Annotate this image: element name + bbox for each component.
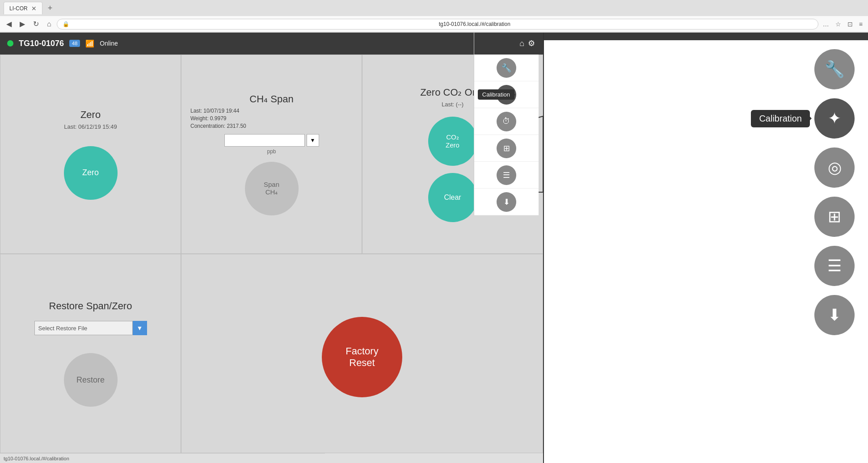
app-area: TG10-01076 48 📶 Online ⌂ ⚙ Zero Last: 06…: [0, 32, 543, 453]
rp-calibration-icon[interactable]: ✦: [814, 98, 855, 139]
rp-item-grid: ⊞: [544, 197, 868, 237]
ch4-span-cell: CH₄ Span Last: 10/07/19 19:44 Weight: 0.…: [181, 55, 362, 254]
new-tab-button[interactable]: +: [45, 4, 55, 13]
calibration-tooltip: Calibration: [478, 89, 514, 100]
sidebar-item-grid[interactable]: ⊞: [474, 135, 539, 162]
status-url: tg10-01076.local./#/calibration: [4, 456, 69, 461]
rp-gauge-icon[interactable]: ◎: [814, 147, 855, 188]
span-ch4-button[interactable]: SpanCH₄: [245, 162, 299, 215]
rp-wrench-icon[interactable]: 🔧: [814, 49, 855, 89]
rp-calibration-tooltip: Calibration: [751, 110, 810, 127]
sliders-icon: ☰: [497, 165, 516, 185]
home-button[interactable]: ⌂: [44, 19, 54, 29]
co2-clear-button[interactable]: Clear: [428, 173, 477, 222]
nav-bar: ◀ ▶ ↻ ⌂ 🔒 tg10-01076.local./#/calibratio…: [0, 16, 868, 32]
rp-item-download: ⬇: [544, 295, 868, 335]
sidebar-item-clock[interactable]: ⏱: [474, 108, 539, 135]
zero-last: Last: 06/12/19 15:49: [64, 123, 117, 130]
address-bar: 🔒 tg10-01076.local./#/calibration: [57, 19, 818, 29]
sidebar-gear-btn[interactable]: ⚙: [528, 38, 535, 48]
back-button[interactable]: ◀: [4, 19, 14, 29]
zero-button[interactable]: Zero: [64, 146, 118, 200]
tab-title: LI-COR: [9, 5, 28, 12]
restore-cell: Restore Span/Zero Select Restore File ▼ …: [0, 254, 181, 453]
rp-grid-icon[interactable]: ⊞: [814, 197, 855, 237]
co2-buttons: CO₂Zero Clear: [428, 117, 477, 222]
sidebar-item-sliders[interactable]: ☰: [474, 162, 539, 189]
sidebar-item-calibration[interactable]: ✦ Calibration: [474, 81, 539, 108]
ch4-unit: ppb: [267, 148, 276, 155]
forward-button[interactable]: ▶: [17, 19, 28, 29]
device-name: TG10-01076: [19, 39, 64, 48]
ch4-last: Last: 10/07/19 19:44: [190, 108, 353, 114]
ch4-dropdown-btn[interactable]: ▼: [307, 134, 319, 147]
restore-file-select[interactable]: Select Restore File: [34, 321, 133, 335]
browser-chrome: LI-COR ✕ + ◀ ▶ ↻ ⌂ 🔒 tg10-01076.local./#…: [0, 0, 868, 33]
sidebar-home-btn[interactable]: ⌂: [519, 39, 524, 48]
status-bar: tg10-01076.local./#/calibration: [0, 453, 325, 463]
restore-dropdown-arrow[interactable]: ▼: [133, 321, 147, 335]
tab-bar: LI-COR ✕ +: [0, 0, 868, 16]
right-panel: ⌂ ⚙ 🔧 Calibration ✦ ◎ ⊞ ☰ ⬇: [543, 0, 868, 463]
zero-cell: Zero Last: 06/12/19 15:49 Zero: [0, 55, 181, 254]
ch4-weight: Weight: 0.9979: [190, 115, 353, 122]
sidebar-item-wrench[interactable]: 🔧: [474, 55, 539, 81]
factory-reset-button[interactable]: FactoryReset: [322, 317, 402, 397]
ch4-span-title: CH₄ Span: [249, 93, 293, 105]
download-icon: ⬇: [497, 192, 516, 212]
rp-download-icon[interactable]: ⬇: [814, 295, 855, 335]
url-text: tg10-01076.local./#/calibration: [439, 21, 813, 27]
online-status: Online: [100, 40, 118, 47]
co2-zero-button[interactable]: CO₂Zero: [428, 117, 477, 166]
reload-button[interactable]: ↻: [30, 19, 42, 29]
ch4-concentration-input[interactable]: [224, 134, 305, 147]
rp-item-gauge: ◎: [544, 147, 868, 188]
restore-dropdown-row: Select Restore File ▼: [34, 321, 147, 335]
clock-icon: ⏱: [497, 112, 516, 131]
device-status-indicator: [7, 40, 13, 46]
battery-badge: 48: [69, 40, 80, 47]
wifi-icon: 📶: [85, 39, 94, 48]
browser-tab[interactable]: LI-COR ✕: [4, 2, 42, 14]
app-topbar: TG10-01076 48 📶 Online ⌂ ⚙: [0, 32, 543, 55]
secure-icon: 🔒: [63, 21, 436, 27]
sidebar-item-download[interactable]: ⬇: [474, 189, 539, 215]
rp-item-wrench: 🔧: [544, 49, 868, 89]
right-panel-items: 🔧 Calibration ✦ ◎ ⊞ ☰ ⬇: [544, 40, 868, 463]
restore-button[interactable]: Restore: [64, 353, 118, 407]
sidebar-top-icons: ⌂ ⚙: [474, 32, 539, 55]
more-button[interactable]: …: [821, 20, 831, 29]
rp-sliders-icon[interactable]: ☰: [814, 246, 855, 286]
factory-reset-cell: FactoryReset: [181, 254, 543, 453]
menu-button[interactable]: ≡: [857, 20, 864, 29]
rp-item-calibration: Calibration ✦: [544, 98, 868, 139]
rp-item-sliders: ☰: [544, 246, 868, 286]
tab-close-btn[interactable]: ✕: [31, 5, 37, 12]
ch4-concentration: Concentration: 2317.50: [190, 123, 353, 129]
grid-icon: ⊞: [497, 139, 516, 158]
ch4-span-info: Last: 10/07/19 19:44 Weight: 0.9979 Conc…: [190, 108, 353, 130]
calibration-grid: Zero Last: 06/12/19 15:49 Zero CH₄ Span …: [0, 55, 543, 453]
ch4-input-row: ▼: [224, 134, 319, 147]
wrench-icon: 🔧: [497, 58, 516, 78]
zero-title: Zero: [80, 109, 101, 121]
sidebar-nav: ⌂ ⚙ 🔧 ✦ Calibration ⏱ ⊞ ☰ ⬇: [474, 32, 539, 215]
zero-co2-last: Last: (--): [442, 101, 463, 108]
bookmark-button[interactable]: ☆: [834, 20, 843, 29]
screenshot-button[interactable]: ⊡: [846, 20, 855, 29]
restore-title: Restore Span/Zero: [49, 300, 132, 312]
